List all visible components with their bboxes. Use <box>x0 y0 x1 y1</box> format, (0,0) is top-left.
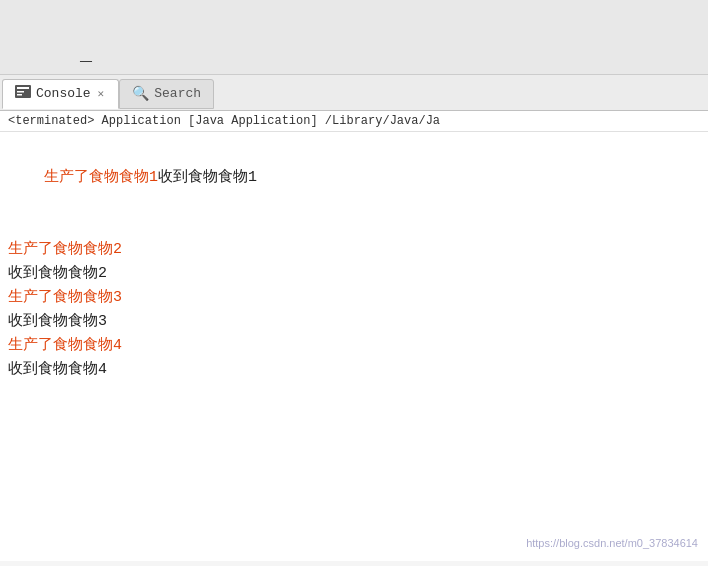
svg-rect-3 <box>17 94 22 96</box>
console-line-2: 生产了食物食物2 <box>8 238 700 262</box>
search-pencil-icon: 🔍 <box>132 85 149 102</box>
console-line-6: 生产了食物食物4 <box>8 334 700 358</box>
console-line-1-red: 生产了食物食物1 <box>44 169 158 186</box>
cursor-symbol: _ <box>80 43 92 66</box>
tab-search-label: Search <box>154 86 201 101</box>
console-line-7: 收到食物食物4 <box>8 358 700 382</box>
tab-bar: Console ✕ 🔍 Search <box>0 75 708 111</box>
console-line-5: 收到食物食物3 <box>8 310 700 334</box>
console-line-1: 生产了食物食物1收到食物食物1 <box>8 142 700 214</box>
console-line-empty <box>8 214 700 238</box>
tab-search[interactable]: 🔍 Search <box>119 79 214 109</box>
console-line-4: 生产了食物食物3 <box>8 286 700 310</box>
console-line-1-black: 收到食物食物1 <box>158 169 257 186</box>
watermark: https://blog.csdn.net/m0_37834614 <box>526 535 698 553</box>
svg-rect-1 <box>17 87 29 89</box>
top-partial-area: _ <box>0 0 708 75</box>
tab-console[interactable]: Console ✕ <box>2 79 119 109</box>
console-icon <box>15 85 31 102</box>
tab-console-close[interactable]: ✕ <box>96 87 107 100</box>
console-line-3: 收到食物食物2 <box>8 262 700 286</box>
svg-rect-2 <box>17 91 24 93</box>
console-output: 生产了食物食物1收到食物食物1 生产了食物食物2 收到食物食物2 生产了食物食物… <box>0 132 708 561</box>
tab-console-label: Console <box>36 86 91 101</box>
status-bar: <terminated> Application [Java Applicati… <box>0 111 708 132</box>
status-text: <terminated> Application [Java Applicati… <box>8 114 440 128</box>
